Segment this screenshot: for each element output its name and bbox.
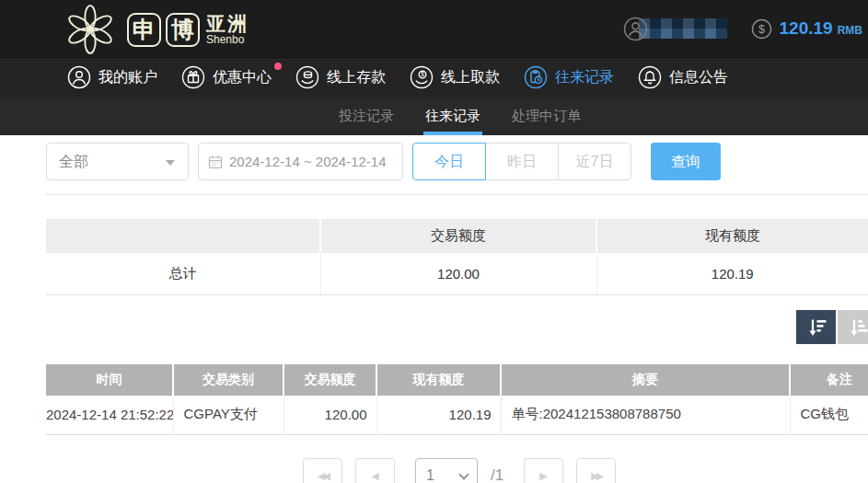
flower-logo-icon — [64, 3, 117, 56]
nav-item-announcements[interactable]: 信息公告 — [638, 65, 728, 89]
type-select[interactable]: 全部 — [46, 143, 189, 180]
sort-descending-button[interactable] — [796, 310, 836, 344]
date-range-input[interactable]: 2024-12-14 ~ 2024-12-14 — [198, 143, 403, 180]
sort-descending-icon — [805, 317, 827, 338]
col-summary: 摘要 — [501, 364, 790, 396]
main-nav: 我的账户 优惠中心 线上存款 — [0, 57, 868, 97]
pagination: ◀◀ ◀ 1 /1 ▶ ▶▶ — [0, 458, 868, 483]
calendar-icon — [208, 155, 223, 169]
cell-time: 2024-12-14 21:52:22 — [46, 396, 173, 434]
logo-char-box: 申 — [127, 13, 161, 47]
logo-text: 亚洲 Shenbo — [206, 14, 249, 46]
nav-label: 往来记录 — [555, 68, 614, 87]
summary-header-empty — [46, 219, 320, 253]
summary-transaction-value: 120.00 — [320, 253, 596, 294]
censored-username — [639, 18, 727, 39]
subnav: 投注记录 往来记录 处理中订单 — [0, 97, 868, 135]
nav-label: 线上存款 — [327, 68, 386, 87]
balance-amount: 120.19 — [780, 18, 833, 39]
nav-item-my-account[interactable]: 我的账户 — [67, 65, 157, 89]
logo-char-box: 博 — [166, 13, 200, 47]
divider — [46, 194, 868, 195]
logo-subtitle: Shenbo — [206, 34, 249, 46]
table-row: 2024-12-14 21:52:22 CGPAY支付 120.00 120.1… — [46, 396, 868, 434]
user-icon — [67, 65, 91, 89]
yesterday-button[interactable]: 昨日 — [485, 143, 559, 180]
header-right: $ 120.19 RMB — [623, 0, 862, 57]
nav-label: 我的账户 — [98, 68, 157, 87]
nav-item-deposit[interactable]: 线上存款 — [295, 65, 386, 89]
logo-char: 申 — [133, 15, 156, 45]
tab-label: 投注记录 — [339, 108, 394, 123]
logo-char: 博 — [171, 15, 194, 45]
tab-label: 往来记录 — [425, 108, 480, 123]
last-page-icon: ▶▶ — [591, 470, 601, 482]
prev-page-button[interactable]: ◀ — [355, 458, 395, 483]
quick-range-group: 今日 昨日 近7日 — [412, 143, 631, 180]
page-total-label: /1 — [491, 458, 503, 483]
avatar[interactable] — [623, 17, 648, 41]
top-header: 申 博 亚洲 Shenbo $ 120.19 — [0, 0, 868, 57]
brand-logo[interactable]: 申 博 亚洲 Shenbo — [64, 3, 249, 56]
nav-item-records[interactable]: 往来记录 — [524, 65, 614, 89]
tab-processing-orders[interactable]: 处理中订单 — [512, 97, 581, 135]
deposit-icon — [295, 65, 319, 89]
last7days-button[interactable]: 近7日 — [558, 143, 631, 180]
next-page-button[interactable]: ▶ — [524, 458, 563, 483]
col-balance: 现有额度 — [376, 364, 501, 396]
page-select-value: 1 — [426, 467, 434, 483]
svg-text:$: $ — [758, 22, 765, 35]
last-page-button[interactable]: ▶▶ — [576, 458, 616, 483]
first-page-icon: ◀◀ — [318, 470, 328, 482]
cell-type: CGPAY支付 — [173, 396, 284, 434]
first-page-button[interactable]: ◀◀ — [303, 458, 342, 483]
tab-betting-records[interactable]: 投注记录 — [339, 97, 394, 135]
tab-label: 处理中订单 — [512, 108, 581, 123]
col-type: 交易类别 — [173, 364, 284, 396]
next-page-icon: ▶ — [539, 470, 547, 482]
search-button[interactable]: 查询 — [651, 143, 721, 180]
cell-amount: 120.00 — [284, 396, 376, 434]
cell-remark: CG钱包 — [790, 396, 868, 434]
sort-ascending-icon — [847, 317, 868, 338]
page-select[interactable]: 1 — [415, 458, 478, 483]
content: 全部 2024-12-14 ~ 2024-12-14 今日 昨日 近7日 查询 — [0, 135, 868, 483]
summary-header-row: 交易额度 现有额度 — [46, 219, 868, 253]
svg-text:$: $ — [421, 71, 424, 77]
nav-label: 线上取款 — [441, 68, 500, 87]
page: 申 博 亚洲 Shenbo $ 120.19 — [0, 0, 868, 483]
records-table: 时间 交易类别 交易额度 现有额度 摘要 备注 2024-12-14 21:52… — [46, 364, 868, 435]
nav-item-promotions[interactable]: 优惠中心 — [181, 65, 272, 89]
balance[interactable]: $ 120.19 RMB — [751, 18, 862, 40]
cell-summary: 单号:202412153808788750 — [501, 396, 790, 434]
chevron-down-icon — [458, 469, 469, 479]
date-range-value: 2024-12-14 ~ 2024-12-14 — [229, 154, 387, 169]
withdraw-icon: $ — [410, 65, 434, 89]
tab-transaction-records[interactable]: 往来记录 — [425, 97, 480, 135]
nav-item-withdraw[interactable]: $ 线上取款 — [410, 65, 500, 89]
cell-balance: 120.19 — [376, 396, 501, 434]
balance-currency: RMB — [838, 21, 862, 37]
user-avatar-icon — [623, 17, 648, 41]
today-button[interactable]: 今日 — [412, 143, 486, 180]
summary-table: 交易额度 现有额度 总计 120.00 120.19 — [46, 219, 868, 295]
records-header-row: 时间 交易类别 交易额度 现有额度 摘要 备注 — [46, 364, 868, 396]
nav-label: 优惠中心 — [213, 68, 272, 87]
type-select-value: 全部 — [59, 154, 88, 169]
nav-label: 信息公告 — [669, 68, 728, 87]
col-time: 时间 — [46, 364, 173, 396]
summary-balance-value: 120.19 — [596, 253, 868, 294]
sort-buttons — [796, 310, 868, 344]
col-amount: 交易额度 — [284, 364, 376, 396]
coin-icon: $ — [751, 18, 772, 40]
summary-header-balance: 现有额度 — [596, 219, 868, 253]
col-remark: 备注 — [790, 364, 868, 396]
summary-header-transaction: 交易额度 — [320, 219, 596, 253]
sort-ascending-button[interactable] — [838, 310, 868, 344]
chevron-down-icon — [166, 160, 175, 166]
records-icon — [524, 65, 548, 89]
summary-total-label: 总计 — [46, 253, 320, 294]
bell-icon — [638, 65, 662, 89]
logo-region: 亚洲 — [206, 14, 249, 34]
prev-page-icon: ◀ — [371, 470, 378, 482]
